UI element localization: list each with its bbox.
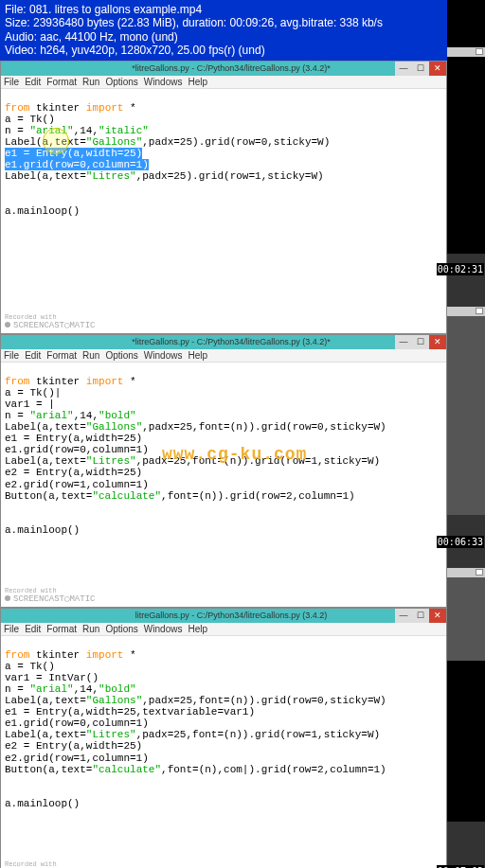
selected-text: e1 = Entry(a,width=25) [5, 148, 142, 159]
menu-file[interactable]: File [4, 77, 19, 87]
screencast-watermark: Recorded withSCREENCAST◯MATIC [5, 314, 95, 331]
app-icon [3, 609, 16, 622]
sidebar-tab-strip[interactable] [447, 568, 485, 577]
menu-options[interactable]: Options [105, 624, 137, 634]
banner-line-audio: Audio: aac, 44100 Hz, mono (und) [5, 30, 442, 44]
menu-format[interactable]: Format [46, 624, 77, 634]
banner-line-video: Video: h264, yuv420p, 1280x720, 25.00 fp… [5, 44, 442, 57]
menu-format[interactable]: Format [46, 77, 77, 87]
menu-run[interactable]: Run [82, 624, 99, 634]
code-editor-area[interactable]: from tkinter import * a = Tk() var1 = In… [1, 636, 446, 868]
title-bar[interactable]: litreGallons.py - C:/Python34/litreGallo… [1, 609, 446, 623]
minimize-button[interactable]: — [395, 62, 412, 76]
banner-line-file: File: 081. litres to gallons example.mp4 [5, 3, 442, 16]
tab-icon [476, 48, 483, 55]
maximize-button[interactable]: ☐ [412, 62, 429, 76]
sidebar-header [447, 0, 485, 47]
menu-help[interactable]: Help [188, 350, 207, 361]
menu-options[interactable]: Options [105, 350, 137, 361]
window-title: *litreGallons.py - C:/Python34/litreGall… [16, 337, 446, 346]
menu-windows[interactable]: Windows [144, 624, 183, 634]
menu-help[interactable]: Help [188, 77, 207, 87]
menu-windows[interactable]: Windows [144, 77, 183, 87]
menu-file[interactable]: File [4, 624, 19, 634]
maximize-button[interactable]: ☐ [412, 335, 429, 349]
timestamp-3: 00:07:03 [437, 865, 484, 868]
code-editor-area[interactable]: from tkinter import * a = Tk()| var1 = |… [1, 363, 446, 607]
editor-window-1: *litreGallons.py - C:/Python34/litreGall… [0, 61, 447, 334]
editor-window-2: *litreGallons.py - C:/Python34/litreGall… [0, 334, 447, 608]
sidebar-dark-region [447, 661, 485, 822]
window-title: *litreGallons.py - C:/Python34/litreGall… [16, 63, 446, 73]
menu-bar[interactable]: FileEditFormatRunOptionsWindowsHelp [1, 623, 446, 636]
menu-options[interactable]: Options [105, 77, 137, 87]
sidebar-dark-region [447, 57, 485, 254]
selected-text: e1.grid(row=0,column=1) [5, 159, 149, 170]
menu-bar[interactable]: FileEditFormatRunOptionsWindowsHelp [1, 349, 446, 363]
menu-file[interactable]: File [4, 350, 19, 361]
banner-line-size: Size: 23936480 bytes (22.83 MiB), durati… [5, 16, 442, 29]
tab-icon [476, 569, 483, 576]
menu-edit[interactable]: Edit [25, 77, 41, 87]
menu-windows[interactable]: Windows [144, 350, 183, 361]
editor-window-3: litreGallons.py - C:/Python34/litreGallo… [0, 608, 447, 868]
menu-run[interactable]: Run [82, 350, 99, 361]
screencast-watermark: Recorded withSCREENCAST◯MATIC [5, 861, 95, 868]
thumbnail-sidebar: 00:02:31 00:06:33 00:07:03 [447, 0, 485, 868]
maximize-button[interactable]: ☐ [412, 609, 429, 623]
close-button[interactable]: ✕ [429, 609, 446, 623]
menu-edit[interactable]: Edit [25, 350, 41, 361]
menu-run[interactable]: Run [82, 77, 99, 87]
screencast-watermark: Recorded withSCREENCAST◯MATIC [5, 588, 95, 605]
window-title: litreGallons.py - C:/Python34/litreGallo… [16, 611, 446, 620]
sidebar-tab-strip[interactable] [447, 47, 485, 57]
code-editor-area[interactable]: from tkinter import * a = Tk() n = "aria… [1, 89, 446, 333]
timestamp-2: 00:06:33 [437, 536, 484, 548]
menu-format[interactable]: Format [46, 350, 77, 361]
close-button[interactable]: ✕ [429, 335, 446, 349]
sidebar-gray-region [447, 316, 485, 515]
menu-help[interactable]: Help [188, 624, 207, 634]
tab-icon [476, 308, 483, 314]
minimize-button[interactable]: — [395, 335, 412, 349]
close-button[interactable]: ✕ [429, 62, 446, 76]
app-icon [3, 62, 16, 75]
media-info-banner: File: 081. litres to gallons example.mp4… [0, 0, 447, 61]
app-icon [3, 335, 16, 348]
menu-bar[interactable]: FileEditFormatRunOptionsWindowsHelp [1, 76, 446, 89]
minimize-button[interactable]: — [395, 609, 412, 623]
title-bar[interactable]: *litreGallons.py - C:/Python34/litreGall… [1, 62, 446, 76]
sidebar-gray-region [447, 577, 485, 661]
sidebar-tab-strip[interactable] [447, 307, 485, 316]
timestamp-1: 00:02:31 [437, 263, 484, 275]
title-bar[interactable]: *litreGallons.py - C:/Python34/litreGall… [1, 335, 446, 349]
menu-edit[interactable]: Edit [25, 624, 41, 634]
